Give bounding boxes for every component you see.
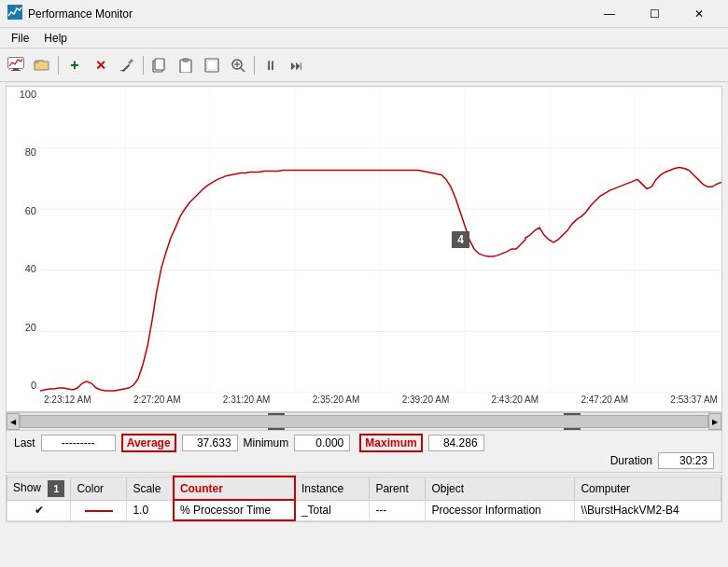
toolbar-sep-1 bbox=[58, 56, 59, 75]
row-counter: % Processor Time bbox=[174, 500, 295, 520]
toolbar-delete[interactable]: ✕ bbox=[89, 53, 113, 77]
y-label-80: 80 bbox=[8, 146, 36, 158]
maximum-value: 84.286 bbox=[428, 435, 484, 451]
average-value: 37.633 bbox=[182, 435, 238, 451]
scroll-track: 2 3 bbox=[20, 413, 708, 430]
svg-line-17 bbox=[241, 68, 245, 72]
table-row: ✔ 1.0 % Processor Time _Total --- Proces… bbox=[7, 500, 721, 520]
col-color: Color bbox=[71, 477, 127, 500]
data-table: Show 1 Color Scale Counter Instance Pare… bbox=[7, 476, 721, 521]
svg-rect-15 bbox=[207, 61, 217, 70]
chart-area: 4 bbox=[40, 87, 721, 393]
y-label-20: 20 bbox=[8, 322, 36, 333]
scroll-right-button[interactable]: ▶ bbox=[708, 413, 721, 430]
toolbar-open[interactable] bbox=[30, 53, 54, 77]
chart-container: 100 80 60 40 20 0 bbox=[6, 86, 722, 412]
col-show: Show 1 bbox=[7, 477, 71, 500]
col-scale: Scale bbox=[127, 477, 174, 500]
svg-marker-6 bbox=[35, 61, 49, 70]
average-label: Average bbox=[121, 434, 176, 452]
y-label-100: 100 bbox=[8, 89, 36, 100]
y-label-60: 60 bbox=[8, 205, 36, 216]
stats-container: Last --------- Average 37.633 Minimum 0.… bbox=[6, 431, 722, 473]
window-title: Performance Monitor bbox=[28, 7, 588, 21]
x-label-7: 2:53:37 AM bbox=[670, 394, 718, 409]
row-parent: --- bbox=[370, 500, 426, 520]
x-label-0: 2:23:12 AM bbox=[44, 394, 91, 409]
svg-rect-9 bbox=[120, 70, 125, 71]
toolbar-paste[interactable] bbox=[174, 53, 198, 77]
col-instance: Instance bbox=[295, 477, 370, 500]
svg-rect-3 bbox=[13, 68, 19, 70]
x-label-6: 2:47:20 AM bbox=[581, 394, 628, 409]
toolbar-highlight[interactable] bbox=[200, 53, 224, 77]
chart-svg bbox=[40, 87, 721, 393]
last-value: --------- bbox=[41, 435, 116, 451]
row-instance: _Total bbox=[295, 500, 370, 520]
row-computer: \\BurstHackVM2-B4 bbox=[575, 500, 721, 520]
row-show[interactable]: ✔ bbox=[7, 500, 71, 520]
toolbar-properties[interactable] bbox=[115, 53, 139, 77]
table-badge: 1 bbox=[48, 480, 64, 497]
scroll-thumb[interactable] bbox=[20, 415, 708, 428]
maximum-label: Maximum bbox=[359, 434, 422, 452]
menu-bar: File Help bbox=[0, 28, 728, 48]
minimize-button[interactable]: — bbox=[588, 0, 631, 28]
x-label-5: 2:43:20 AM bbox=[492, 394, 539, 409]
svg-rect-13 bbox=[183, 59, 189, 62]
close-button[interactable]: ✕ bbox=[678, 0, 721, 28]
toolbar-copy-graph[interactable] bbox=[147, 53, 172, 77]
table-header-row: Show 1 Color Scale Counter Instance Pare… bbox=[7, 477, 721, 500]
title-bar: Performance Monitor — ☐ ✕ bbox=[0, 0, 728, 28]
chart-y-axis: 100 80 60 40 20 0 bbox=[7, 87, 40, 393]
duration-label: Duration bbox=[610, 454, 652, 467]
menu-file[interactable]: File bbox=[4, 30, 36, 47]
minimum-value: 0.000 bbox=[294, 435, 350, 451]
x-label-2: 2:31:20 AM bbox=[223, 394, 271, 409]
y-label-0: 0 bbox=[8, 380, 36, 391]
scroll-left-button[interactable]: ◀ bbox=[7, 413, 20, 430]
svg-rect-4 bbox=[11, 70, 21, 71]
x-label-4: 2:39:20 AM bbox=[402, 394, 450, 409]
stats-row-1: Last --------- Average 37.633 Minimum 0.… bbox=[14, 434, 714, 452]
toolbar-zoom[interactable] bbox=[226, 53, 250, 77]
data-table-container: Show 1 Color Scale Counter Instance Pare… bbox=[6, 475, 722, 522]
row-color bbox=[71, 500, 127, 520]
row-scale: 1.0 bbox=[127, 500, 174, 520]
x-label-1: 2:27:20 AM bbox=[133, 394, 181, 409]
chart-x-axis: 2:23:12 AM 2:27:20 AM 2:31:20 AM 2:35:20… bbox=[40, 393, 721, 411]
toolbar: + ✕ ⏸ ⏭ bbox=[0, 48, 728, 82]
window-controls: — ☐ ✕ bbox=[588, 0, 721, 28]
y-label-40: 40 bbox=[8, 263, 36, 274]
maximize-button[interactable]: ☐ bbox=[633, 0, 676, 28]
row-object: Processor Information bbox=[426, 500, 575, 520]
col-counter: Counter bbox=[174, 477, 295, 500]
toolbar-add-counter[interactable]: + bbox=[63, 53, 87, 77]
stats-row-2: Duration 30:23 bbox=[14, 452, 714, 469]
chart-label-4: 4 bbox=[452, 231, 469, 248]
x-label-3: 2:35:20 AM bbox=[313, 394, 360, 409]
col-parent: Parent bbox=[370, 477, 426, 500]
col-object: Object bbox=[426, 477, 575, 500]
toolbar-monitor[interactable] bbox=[4, 53, 28, 77]
toolbar-sep-3 bbox=[254, 56, 255, 75]
menu-help[interactable]: Help bbox=[36, 30, 75, 47]
col-computer: Computer bbox=[575, 477, 721, 500]
duration-value: 30:23 bbox=[658, 452, 714, 469]
app-icon bbox=[7, 5, 22, 22]
toolbar-sep-2 bbox=[143, 56, 144, 75]
scrollbar-container: ◀ 2 3 ▶ bbox=[6, 412, 722, 431]
toolbar-pause[interactable]: ⏸ bbox=[259, 53, 283, 77]
color-line bbox=[85, 510, 113, 512]
toolbar-step[interactable]: ⏭ bbox=[285, 53, 309, 77]
svg-marker-8 bbox=[128, 59, 133, 64]
last-label: Last bbox=[14, 436, 35, 449]
svg-rect-11 bbox=[155, 59, 164, 70]
minimum-label: Minimum bbox=[244, 436, 289, 449]
